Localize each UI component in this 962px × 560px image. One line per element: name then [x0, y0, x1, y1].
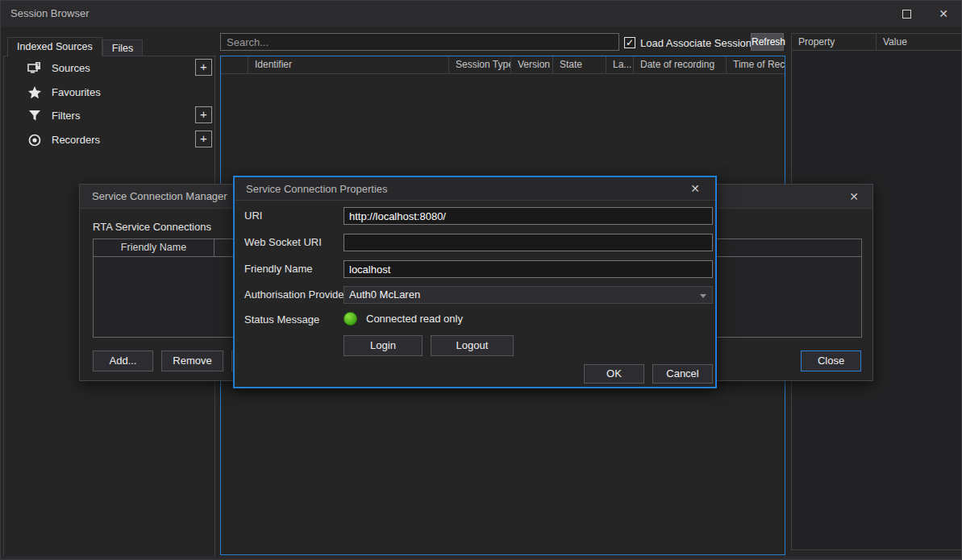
- refresh-button[interactable]: Refresh: [751, 33, 784, 51]
- column-header-session-type[interactable]: Session Type: [449, 56, 511, 74]
- star-icon: [27, 85, 42, 103]
- friendly-name-column-header[interactable]: Friendly Name: [94, 239, 214, 257]
- authorisation-provider-label: Authorisation Provider: [244, 286, 348, 304]
- maximize-button[interactable]: [891, 1, 922, 27]
- add-source-button[interactable]: +: [195, 59, 212, 76]
- login-button[interactable]: Login: [344, 335, 423, 356]
- cancel-button[interactable]: Cancel: [652, 364, 713, 384]
- sidebar-tabs: Indexed Sources Files: [7, 37, 143, 56]
- friendly-name-field[interactable]: [344, 260, 713, 278]
- uri-label: URI: [244, 207, 262, 225]
- property-column-header[interactable]: Property: [791, 33, 877, 51]
- ok-button[interactable]: OK: [584, 364, 644, 384]
- value-column-header[interactable]: Value: [876, 33, 962, 51]
- status-indicator-icon: [344, 312, 357, 326]
- sidebar-item-filters[interactable]: Filters: [52, 107, 80, 125]
- properties-close-icon[interactable]: ✕: [686, 180, 704, 197]
- add-connection-button[interactable]: Add...: [93, 351, 153, 371]
- session-browser-window: Session Browser ✕ Indexed Sources Files …: [0, 0, 962, 560]
- load-associate-checkbox[interactable]: ✓: [624, 37, 635, 48]
- window-bottom-edge: [1, 556, 961, 560]
- properties-dialog-title: Service Connection Properties: [246, 177, 388, 201]
- column-header-date-of-recording[interactable]: Date of recording: [634, 56, 727, 74]
- search-input[interactable]: [220, 33, 619, 51]
- tab-indexed-sources[interactable]: Indexed Sources: [7, 37, 102, 56]
- column-header-version[interactable]: Version: [511, 56, 553, 74]
- service-connection-properties-dialog: Service Connection Properties ✕ URI Web …: [233, 176, 717, 388]
- close-icon: ✕: [939, 7, 948, 20]
- status-message-label: Status Message: [244, 311, 319, 329]
- column-header-identifier[interactable]: Identifier: [248, 56, 449, 74]
- maximize-icon: [902, 10, 911, 19]
- rta-service-connections-label: RTA Service Connections: [93, 218, 211, 236]
- manager-close-icon[interactable]: ✕: [845, 189, 863, 205]
- titlebar: [1, 1, 961, 27]
- logout-button[interactable]: Logout: [431, 335, 514, 356]
- tab-files[interactable]: Files: [102, 39, 143, 56]
- web-socket-uri-label: Web Socket URI: [244, 234, 322, 251]
- recorder-icon: [27, 133, 42, 151]
- sidebar-item-sources[interactable]: Sources: [52, 60, 90, 77]
- sidebar-item-recorders[interactable]: Recorders: [52, 131, 100, 149]
- column-header-select[interactable]: [221, 56, 248, 74]
- close-button[interactable]: ✕: [928, 1, 959, 27]
- manager-close-button[interactable]: Close: [801, 351, 861, 371]
- column-header-la[interactable]: La...: [606, 56, 634, 74]
- friendly-name-label: Friendly Name: [244, 260, 313, 278]
- sidebar-item-favourites[interactable]: Favourites: [52, 84, 101, 102]
- manager-dialog-title: Service Connection Manager: [92, 185, 227, 209]
- add-filter-button[interactable]: +: [195, 106, 212, 123]
- column-header-state[interactable]: State: [553, 56, 606, 74]
- web-socket-uri-field[interactable]: [344, 234, 713, 251]
- column-header-time-of-recording[interactable]: Time of Reco: [727, 56, 785, 74]
- status-message-value: Connected read only: [366, 311, 463, 326]
- remove-connection-button[interactable]: Remove: [161, 351, 223, 371]
- chevron-down-icon: [700, 294, 706, 298]
- sources-icon: [27, 61, 42, 79]
- authorisation-provider-select[interactable]: Auth0 McLaren: [344, 286, 713, 304]
- filter-icon: [27, 109, 42, 127]
- load-associate-label: Load Associate Sessions: [640, 36, 757, 50]
- uri-field[interactable]: [344, 207, 713, 225]
- window-title: Session Browser: [10, 1, 90, 27]
- add-recorder-button[interactable]: +: [195, 131, 212, 147]
- authorisation-provider-value: Auth0 McLaren: [349, 288, 420, 301]
